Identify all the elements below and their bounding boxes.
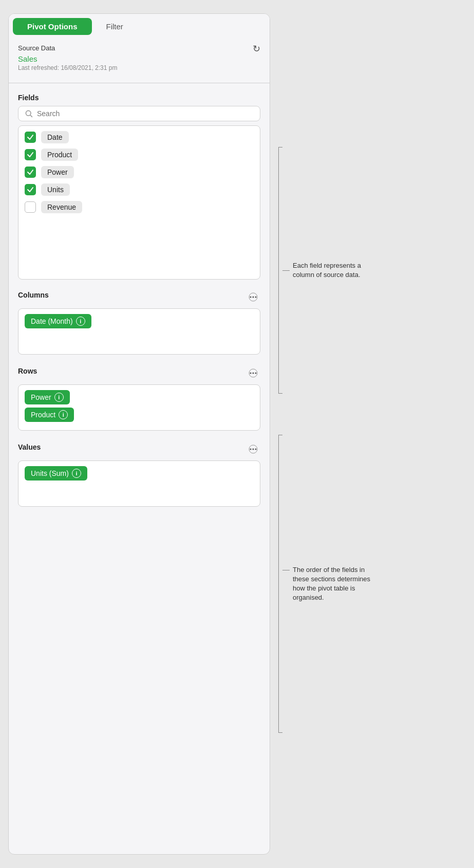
svg-point-4	[255, 297, 257, 298]
svg-point-7	[253, 373, 254, 374]
info-icon-power[interactable]: i	[54, 393, 64, 402]
columns-section-title: Columns	[18, 291, 49, 299]
more-icon	[248, 292, 258, 302]
tab-pivot-options[interactable]: Pivot Options	[13, 18, 92, 35]
source-data-name[interactable]: Sales	[18, 54, 260, 63]
field-tag-date: Date	[41, 131, 69, 143]
field-item-product: Product	[25, 149, 254, 161]
svg-point-8	[255, 373, 257, 374]
search-bar	[18, 106, 260, 121]
field-tag-revenue: Revenue	[41, 201, 82, 213]
rows-section-header: Rows	[18, 366, 260, 380]
values-tag-units-sum[interactable]: Units (Sum) i	[25, 466, 87, 481]
rows-section-title: Rows	[18, 367, 37, 375]
source-data-section: Source Data ↻ Sales Last refreshed: 16/0…	[9, 35, 270, 82]
checkbox-power[interactable]	[25, 167, 36, 178]
columns-more-button[interactable]	[246, 290, 260, 304]
rows-tag-power-label: Power	[31, 393, 51, 401]
source-data-label: Source Data	[18, 44, 55, 52]
columns-box: Date (Month) i	[18, 308, 260, 355]
more-icon	[248, 444, 258, 454]
values-section: Values Units (Sum) i	[9, 437, 270, 513]
rows-section: Rows Power i	[9, 361, 270, 437]
annotation-fields: Each field represents a column of source…	[278, 147, 375, 394]
info-icon-product[interactable]: i	[59, 410, 68, 419]
field-tag-power: Power	[41, 166, 74, 178]
checkmark-icon	[27, 169, 34, 176]
field-tag-product: Product	[41, 149, 78, 161]
checkmark-icon	[27, 151, 34, 158]
rows-tag-product-label: Product	[31, 411, 55, 419]
refresh-icon: ↻	[253, 44, 260, 54]
field-item-date: Date	[25, 131, 254, 143]
checkbox-product[interactable]	[25, 149, 36, 160]
values-tag-units-sum-label: Units (Sum)	[31, 469, 69, 477]
checkmark-icon	[27, 134, 34, 141]
field-item-units: Units	[25, 183, 254, 196]
checkbox-date[interactable]	[25, 132, 36, 143]
checkmark-icon	[27, 186, 34, 193]
columns-tag-label: Date (Month)	[31, 317, 73, 325]
annotation-fields-text: Each field represents a column of source…	[293, 261, 375, 280]
svg-point-3	[253, 297, 254, 298]
field-tag-units: Units	[41, 183, 70, 196]
rows-more-button[interactable]	[246, 366, 260, 380]
field-item-revenue: Revenue	[25, 201, 254, 213]
more-icon	[248, 368, 258, 378]
fields-list: Date Product	[18, 125, 260, 280]
annotation-rows-text: The order of the fields in these section…	[293, 565, 375, 603]
tab-bar: Pivot Options Filter	[9, 14, 270, 35]
rows-tag-product[interactable]: Product i	[25, 408, 74, 422]
fields-section-title: Fields	[18, 94, 260, 102]
values-more-button[interactable]	[246, 442, 260, 456]
source-data-refreshed: Last refreshed: 16/08/2021, 2:31 pm	[18, 64, 260, 71]
svg-point-12	[255, 449, 257, 450]
svg-point-2	[250, 297, 252, 298]
rows-box: Power i Product i	[18, 384, 260, 431]
values-box: Units (Sum) i	[18, 460, 260, 507]
refresh-button[interactable]: ↻	[253, 43, 260, 54]
columns-section: Columns Date (Month) i	[9, 285, 270, 361]
checkbox-revenue[interactable]	[25, 201, 36, 213]
search-input[interactable]	[37, 109, 254, 118]
checkbox-units[interactable]	[25, 184, 36, 195]
columns-tag-date-month[interactable]: Date (Month) i	[25, 314, 91, 328]
pivot-options-panel: Pivot Options Filter Source Data ↻ Sales…	[8, 13, 270, 855]
info-icon-date-month[interactable]: i	[76, 317, 85, 326]
values-section-title: Values	[18, 443, 41, 451]
svg-point-10	[250, 449, 252, 450]
values-section-header: Values	[18, 442, 260, 456]
tab-filter[interactable]: Filter	[92, 18, 138, 35]
columns-section-header: Columns	[18, 290, 260, 304]
search-icon	[25, 109, 33, 118]
rows-tag-power[interactable]: Power i	[25, 390, 70, 404]
svg-line-1	[30, 115, 32, 117]
fields-section: Fields Date	[9, 88, 270, 285]
info-icon-units-sum[interactable]: i	[72, 469, 81, 478]
svg-point-11	[253, 449, 254, 450]
field-item-power: Power	[25, 166, 254, 178]
svg-point-6	[250, 373, 252, 374]
annotation-rows: The order of the fields in these section…	[278, 435, 375, 733]
